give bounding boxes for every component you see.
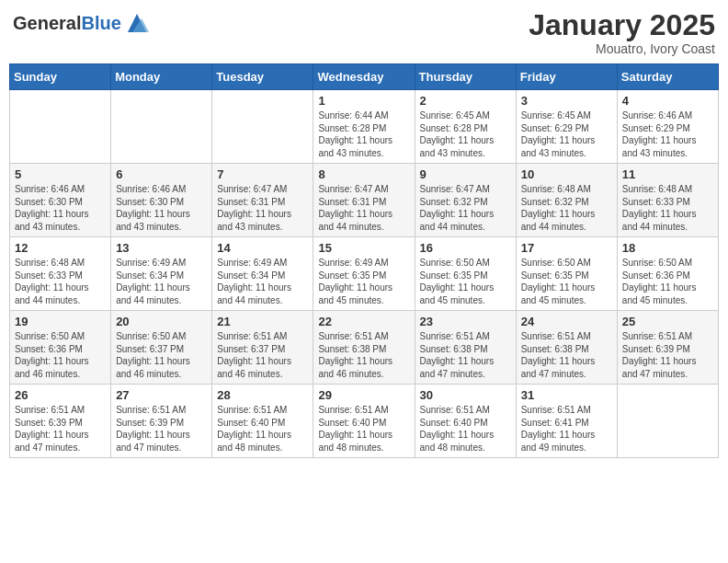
calendar-cell: 3Sunrise: 6:45 AM Sunset: 6:29 PM Daylig… xyxy=(516,90,617,164)
day-info: Sunrise: 6:46 AM Sunset: 6:30 PM Dayligh… xyxy=(15,183,106,233)
day-info: Sunrise: 6:48 AM Sunset: 6:32 PM Dayligh… xyxy=(521,183,612,233)
page-header: GeneralBlue January 2025 Mouatro, Ivory … xyxy=(9,9,719,56)
calendar-week-row: 26Sunrise: 6:51 AM Sunset: 6:39 PM Dayli… xyxy=(10,385,719,458)
day-info: Sunrise: 6:51 AM Sunset: 6:41 PM Dayligh… xyxy=(521,404,612,454)
day-info: Sunrise: 6:50 AM Sunset: 6:37 PM Dayligh… xyxy=(116,330,207,380)
calendar-cell: 18Sunrise: 6:50 AM Sunset: 6:36 PM Dayli… xyxy=(617,237,718,311)
day-info: Sunrise: 6:51 AM Sunset: 6:38 PM Dayligh… xyxy=(521,330,612,380)
calendar-cell: 26Sunrise: 6:51 AM Sunset: 6:39 PM Dayli… xyxy=(10,385,111,458)
day-number: 12 xyxy=(15,241,106,255)
logo: GeneralBlue xyxy=(13,9,151,37)
day-number: 3 xyxy=(521,94,612,108)
day-number: 28 xyxy=(217,388,308,402)
calendar-cell xyxy=(212,90,313,164)
calendar-cell: 23Sunrise: 6:51 AM Sunset: 6:38 PM Dayli… xyxy=(415,311,516,385)
day-number: 13 xyxy=(116,241,207,255)
day-info: Sunrise: 6:48 AM Sunset: 6:33 PM Dayligh… xyxy=(15,257,106,306)
calendar-weekday-friday: Friday xyxy=(516,64,617,90)
day-number: 21 xyxy=(217,315,308,328)
day-number: 17 xyxy=(521,241,612,255)
day-info: Sunrise: 6:49 AM Sunset: 6:34 PM Dayligh… xyxy=(116,257,207,306)
location: Mouatro, Ivory Coast xyxy=(529,41,715,56)
day-number: 20 xyxy=(116,315,207,328)
calendar-cell: 13Sunrise: 6:49 AM Sunset: 6:34 PM Dayli… xyxy=(111,237,212,311)
calendar-cell: 25Sunrise: 6:51 AM Sunset: 6:39 PM Dayli… xyxy=(617,311,718,385)
calendar-cell: 7Sunrise: 6:47 AM Sunset: 6:31 PM Daylig… xyxy=(212,164,313,237)
day-info: Sunrise: 6:47 AM Sunset: 6:31 PM Dayligh… xyxy=(217,183,308,233)
day-info: Sunrise: 6:47 AM Sunset: 6:32 PM Dayligh… xyxy=(420,183,511,233)
calendar-cell: 19Sunrise: 6:50 AM Sunset: 6:36 PM Dayli… xyxy=(10,311,111,385)
calendar-week-row: 19Sunrise: 6:50 AM Sunset: 6:36 PM Dayli… xyxy=(10,311,719,385)
day-number: 8 xyxy=(318,167,409,181)
calendar-table: SundayMondayTuesdayWednesdayThursdayFrid… xyxy=(9,63,719,458)
calendar-cell: 6Sunrise: 6:46 AM Sunset: 6:30 PM Daylig… xyxy=(111,164,212,237)
calendar-weekday-wednesday: Wednesday xyxy=(313,64,415,90)
day-number: 10 xyxy=(521,167,612,181)
calendar-weekday-saturday: Saturday xyxy=(617,64,718,90)
calendar-weekday-monday: Monday xyxy=(111,64,212,90)
calendar-cell: 11Sunrise: 6:48 AM Sunset: 6:33 PM Dayli… xyxy=(617,164,718,237)
calendar-cell: 4Sunrise: 6:46 AM Sunset: 6:29 PM Daylig… xyxy=(617,90,718,164)
day-info: Sunrise: 6:50 AM Sunset: 6:35 PM Dayligh… xyxy=(420,257,511,306)
day-info: Sunrise: 6:50 AM Sunset: 6:36 PM Dayligh… xyxy=(15,330,106,380)
day-number: 18 xyxy=(622,241,713,255)
logo-blue-text: Blue xyxy=(81,13,120,33)
calendar-cell: 20Sunrise: 6:50 AM Sunset: 6:37 PM Dayli… xyxy=(111,311,212,385)
day-info: Sunrise: 6:47 AM Sunset: 6:31 PM Dayligh… xyxy=(318,183,409,233)
day-info: Sunrise: 6:50 AM Sunset: 6:36 PM Dayligh… xyxy=(622,257,713,306)
day-info: Sunrise: 6:51 AM Sunset: 6:39 PM Dayligh… xyxy=(15,404,106,454)
calendar-cell: 24Sunrise: 6:51 AM Sunset: 6:38 PM Dayli… xyxy=(516,311,617,385)
month-title: January 2025 xyxy=(529,9,715,41)
day-info: Sunrise: 6:49 AM Sunset: 6:35 PM Dayligh… xyxy=(318,257,409,306)
day-number: 31 xyxy=(521,388,612,402)
day-info: Sunrise: 6:51 AM Sunset: 6:40 PM Dayligh… xyxy=(420,404,511,454)
calendar-weekday-thursday: Thursday xyxy=(415,64,516,90)
day-info: Sunrise: 6:51 AM Sunset: 6:38 PM Dayligh… xyxy=(318,330,409,380)
day-number: 25 xyxy=(622,315,713,328)
logo-icon xyxy=(123,9,151,37)
day-info: Sunrise: 6:45 AM Sunset: 6:28 PM Dayligh… xyxy=(420,109,511,159)
calendar-cell: 27Sunrise: 6:51 AM Sunset: 6:39 PM Dayli… xyxy=(111,385,212,458)
calendar-cell: 31Sunrise: 6:51 AM Sunset: 6:41 PM Dayli… xyxy=(516,385,617,458)
day-number: 11 xyxy=(622,167,713,181)
day-number: 15 xyxy=(318,241,409,255)
calendar-cell: 22Sunrise: 6:51 AM Sunset: 6:38 PM Dayli… xyxy=(313,311,415,385)
calendar-cell: 21Sunrise: 6:51 AM Sunset: 6:37 PM Dayli… xyxy=(212,311,313,385)
calendar-weekday-tuesday: Tuesday xyxy=(212,64,313,90)
day-info: Sunrise: 6:45 AM Sunset: 6:29 PM Dayligh… xyxy=(521,109,612,159)
calendar-cell: 30Sunrise: 6:51 AM Sunset: 6:40 PM Dayli… xyxy=(415,385,516,458)
calendar-cell xyxy=(111,90,212,164)
day-number: 1 xyxy=(318,94,409,108)
calendar-cell: 28Sunrise: 6:51 AM Sunset: 6:40 PM Dayli… xyxy=(212,385,313,458)
calendar-week-row: 1Sunrise: 6:44 AM Sunset: 6:28 PM Daylig… xyxy=(10,90,719,164)
day-number: 9 xyxy=(420,167,511,181)
logo-general-text: General xyxy=(13,13,81,33)
calendar-cell xyxy=(10,90,111,164)
calendar-cell: 5Sunrise: 6:46 AM Sunset: 6:30 PM Daylig… xyxy=(10,164,111,237)
day-info: Sunrise: 6:46 AM Sunset: 6:30 PM Dayligh… xyxy=(116,183,207,233)
calendar-cell: 12Sunrise: 6:48 AM Sunset: 6:33 PM Dayli… xyxy=(10,237,111,311)
day-number: 5 xyxy=(15,167,106,181)
day-info: Sunrise: 6:49 AM Sunset: 6:34 PM Dayligh… xyxy=(217,257,308,306)
day-number: 16 xyxy=(420,241,511,255)
day-number: 24 xyxy=(521,315,612,328)
calendar-cell: 8Sunrise: 6:47 AM Sunset: 6:31 PM Daylig… xyxy=(313,164,415,237)
day-number: 7 xyxy=(217,167,308,181)
calendar-cell: 29Sunrise: 6:51 AM Sunset: 6:40 PM Dayli… xyxy=(313,385,415,458)
day-info: Sunrise: 6:51 AM Sunset: 6:40 PM Dayligh… xyxy=(318,404,409,454)
day-number: 22 xyxy=(318,315,409,328)
day-info: Sunrise: 6:51 AM Sunset: 6:38 PM Dayligh… xyxy=(420,330,511,380)
calendar-cell: 16Sunrise: 6:50 AM Sunset: 6:35 PM Dayli… xyxy=(415,237,516,311)
day-number: 27 xyxy=(116,388,207,402)
title-block: January 2025 Mouatro, Ivory Coast xyxy=(529,9,715,56)
day-info: Sunrise: 6:44 AM Sunset: 6:28 PM Dayligh… xyxy=(318,109,409,159)
day-info: Sunrise: 6:50 AM Sunset: 6:35 PM Dayligh… xyxy=(521,257,612,306)
calendar-cell: 1Sunrise: 6:44 AM Sunset: 6:28 PM Daylig… xyxy=(313,90,415,164)
day-number: 19 xyxy=(15,315,106,328)
calendar-week-row: 12Sunrise: 6:48 AM Sunset: 6:33 PM Dayli… xyxy=(10,237,719,311)
day-info: Sunrise: 6:51 AM Sunset: 6:39 PM Dayligh… xyxy=(622,330,713,380)
day-number: 2 xyxy=(420,94,511,108)
day-number: 14 xyxy=(217,241,308,255)
day-info: Sunrise: 6:51 AM Sunset: 6:40 PM Dayligh… xyxy=(217,404,308,454)
calendar-cell: 2Sunrise: 6:45 AM Sunset: 6:28 PM Daylig… xyxy=(415,90,516,164)
